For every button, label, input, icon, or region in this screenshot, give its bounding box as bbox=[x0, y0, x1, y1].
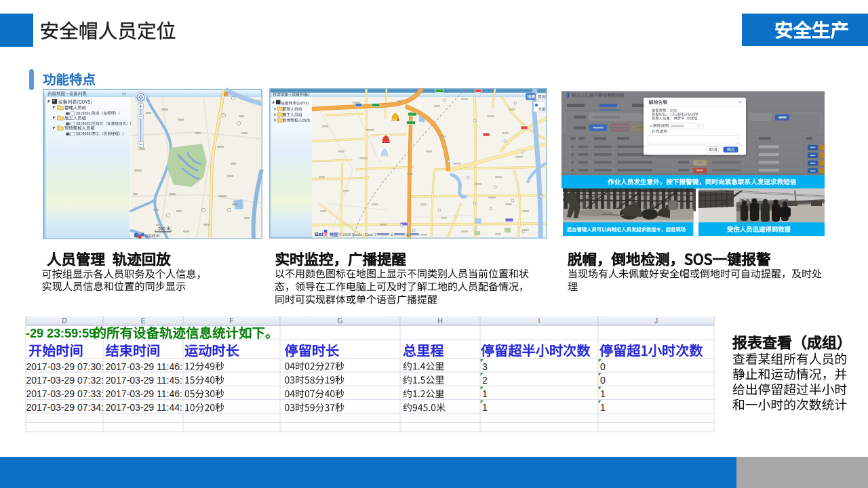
svg-text:Bai: Bai bbox=[315, 231, 323, 237]
svg-text:I: I bbox=[538, 317, 540, 325]
svg-text:2: 2 bbox=[482, 375, 488, 386]
svg-text:&: & bbox=[406, 232, 409, 237]
svg-text:2017-03-29 11:46:: 2017-03-29 11:46: bbox=[106, 361, 182, 372]
svg-text:-29 23:59:59: -29 23:59:59 bbox=[26, 327, 96, 340]
svg-text:&: & bbox=[391, 232, 393, 237]
svg-text:2017-03-29 07:32:: 2017-03-29 07:32: bbox=[26, 375, 104, 386]
svg-text:G: G bbox=[337, 317, 342, 325]
svg-text:H: H bbox=[437, 317, 443, 325]
svg-text:F: F bbox=[229, 317, 233, 325]
svg-text:E: E bbox=[140, 317, 145, 325]
svg-text:2017-03-29 07:30:: 2017-03-29 07:30: bbox=[26, 361, 104, 372]
svg-text:200: 200 bbox=[158, 226, 165, 231]
svg-text:2017-03-29 11:46:: 2017-03-29 11:46: bbox=[106, 388, 182, 399]
svg-text:2017-03-29 11:45:: 2017-03-29 11:45: bbox=[106, 375, 182, 386]
svg-text:1: 1 bbox=[600, 388, 606, 399]
svg-text:2017-03-29 11:44:: 2017-03-29 11:44: bbox=[106, 402, 182, 413]
svg-text:J: J bbox=[654, 317, 658, 325]
svg-text:D: D bbox=[62, 317, 67, 325]
svg-text:0: 0 bbox=[600, 361, 606, 372]
svg-text:2017-03-29 07:33:: 2017-03-29 07:33: bbox=[26, 388, 104, 399]
svg-text:1: 1 bbox=[482, 388, 488, 399]
svg-text:1: 1 bbox=[600, 402, 606, 413]
svg-text:0: 0 bbox=[600, 375, 606, 386]
svg-text:© 2019 Baidu - Data ©: © 2019 Baidu - Data © bbox=[339, 232, 377, 237]
svg-text:2017-03-29 07:34:: 2017-03-29 07:34: bbox=[26, 402, 104, 413]
svg-text:3: 3 bbox=[482, 361, 488, 372]
svg-text:1: 1 bbox=[482, 402, 488, 413]
